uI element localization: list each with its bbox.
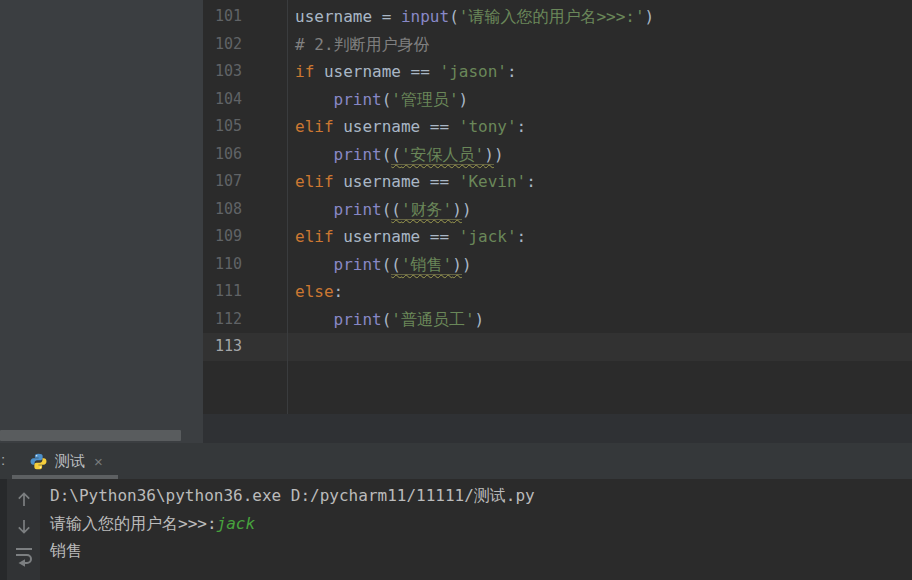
code-text[interactable]: else: (287, 278, 343, 306)
code-text[interactable]: elif username == 'jack': (287, 223, 526, 251)
run-toolwindow-tabbar: : 测试 × (0, 443, 912, 479)
line-number[interactable]: 111 (203, 278, 287, 306)
code-line[interactable]: 104 print('管理员') (203, 86, 912, 114)
soft-wrap-button[interactable] (12, 542, 36, 568)
pycharm-window: 101username = input('请输入您的用户名>>>:')102# … (0, 0, 912, 580)
line-number[interactable]: 112 (203, 306, 287, 334)
line-number[interactable]: 109 (203, 223, 287, 251)
code-text[interactable]: print(('销售')) (287, 251, 472, 279)
console-line: 请输入您的用户名>>>:jack (40, 510, 912, 538)
code-text[interactable] (287, 333, 295, 361)
console-toolbar (0, 479, 40, 580)
code-editor[interactable]: 101username = input('请输入您的用户名>>>:')102# … (203, 0, 912, 414)
console-output[interactable]: D:\Python36\python36.exe D:/pycharm11/11… (40, 482, 912, 580)
horizontal-scrollbar[interactable] (0, 430, 181, 441)
code-line[interactable]: 109elif username == 'jack': (203, 223, 912, 251)
arrow-down-icon (14, 517, 34, 537)
line-number[interactable]: 105 (203, 113, 287, 141)
code-line[interactable]: 106 print(('安保人员')) (203, 141, 912, 169)
code-line[interactable]: 101username = input('请输入您的用户名>>>:') (203, 3, 912, 31)
code-text[interactable]: print('普通员工') (287, 306, 484, 334)
code-text[interactable]: elif username == 'tony': (287, 113, 526, 141)
line-number[interactable]: 104 (203, 86, 287, 114)
code-text[interactable]: print(('财务')) (287, 196, 472, 224)
run-tab[interactable]: 测试 × (12, 443, 109, 479)
code-line[interactable]: 107elif username == 'Kevin': (203, 168, 912, 196)
run-console: D:\Python36\python36.exe D:/pycharm11/11… (0, 479, 912, 580)
code-text[interactable]: username = input('请输入您的用户名>>>:') (287, 3, 654, 31)
scroll-up-button[interactable] (12, 486, 36, 512)
soft-wrap-icon (12, 543, 36, 567)
line-number[interactable]: 108 (203, 196, 287, 224)
console-line: 销售 (40, 537, 912, 565)
line-number[interactable]: 101 (203, 3, 287, 31)
code-line[interactable]: 110 print(('销售')) (203, 251, 912, 279)
run-toolwindow-label: : (1, 451, 5, 468)
project-panel (0, 0, 203, 443)
line-number[interactable]: 106 (203, 141, 287, 169)
code-text[interactable]: # 2.判断用户身份 (287, 31, 430, 59)
code-line[interactable]: 112 print('普通员工') (203, 306, 912, 334)
scroll-down-button[interactable] (12, 514, 36, 540)
python-icon (30, 453, 47, 470)
code-text[interactable]: print(('安保人员')) (287, 141, 504, 169)
run-tab-label: 测试 (55, 452, 85, 471)
code-text[interactable]: print('管理员') (287, 86, 468, 114)
close-icon[interactable]: × (94, 454, 103, 469)
line-number[interactable]: 107 (203, 168, 287, 196)
console-line: D:\Python36\python36.exe D:/pycharm11/11… (40, 482, 912, 510)
code-line[interactable]: 113 (203, 333, 912, 361)
code-line[interactable]: 102# 2.判断用户身份 (203, 31, 912, 59)
gutter-separator (287, 0, 288, 414)
code-lines: 101username = input('请输入您的用户名>>>:')102# … (203, 3, 912, 361)
code-text[interactable]: elif username == 'Kevin': (287, 168, 536, 196)
editor-console-gap (203, 414, 912, 443)
code-line[interactable]: 108 print(('财务')) (203, 196, 912, 224)
line-number[interactable]: 113 (203, 333, 287, 361)
code-text[interactable]: if username == 'jason': (287, 58, 517, 86)
line-number[interactable]: 102 (203, 31, 287, 59)
line-number[interactable]: 110 (203, 251, 287, 279)
code-line[interactable]: 111else: (203, 278, 912, 306)
line-number[interactable]: 103 (203, 58, 287, 86)
code-line[interactable]: 105elif username == 'tony': (203, 113, 912, 141)
code-line[interactable]: 103if username == 'jason': (203, 58, 912, 86)
arrow-up-icon (14, 489, 34, 509)
